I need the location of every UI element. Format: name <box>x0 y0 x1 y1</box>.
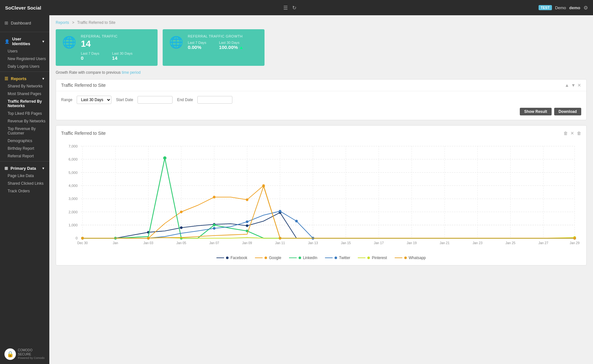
svg-point-51 <box>180 226 182 229</box>
reports-icon: ☰ <box>4 76 8 81</box>
line-chart: 0 1,000 2,000 3,000 4,000 5,000 6,000 7,… <box>61 140 581 251</box>
svg-point-88 <box>573 237 576 239</box>
daily-logins-label: Daily Logins Users <box>8 64 39 69</box>
whatsapp-dot <box>404 257 407 259</box>
svg-text:3,000: 3,000 <box>68 197 77 201</box>
svg-point-87 <box>279 237 281 239</box>
sidebar-item-shared-by-networks[interactable]: Shared By Networks <box>4 82 49 90</box>
breadcrumb-parent[interactable]: Reports <box>56 20 69 25</box>
legend-linkedin: LinkedIn <box>289 256 317 260</box>
sidebar-item-track-orders[interactable]: Track Orders <box>4 187 49 195</box>
sidebar-item-most-shared-pages[interactable]: Most Shared Pages <box>4 90 49 98</box>
sidebar-header-user-identities[interactable]: 👤 User Identities ▼ <box>0 33 49 47</box>
sidebar: ⊞ Dashboard 👤 User Identities ▼ Users Ne… <box>0 15 49 364</box>
test-badge: TEST <box>539 5 552 10</box>
svg-point-78 <box>295 220 298 222</box>
user-label: Demo <box>555 5 566 10</box>
filter-panel-header: Traffic Referred to Site ▲ ▼ ✕ <box>56 79 586 91</box>
growth-icon: 🌐 <box>169 36 183 49</box>
comodo-badge: 🔒 COMODO SECURE Powered by Comodo <box>4 348 45 360</box>
menu-icon[interactable]: ☰ <box>283 5 288 11</box>
breadcrumb-separator: > <box>72 20 74 25</box>
svg-text:Dec 30: Dec 30 <box>77 241 88 245</box>
new-registered-label: New Registered Users <box>8 57 46 61</box>
breadcrumb: Reports > Traffic Referred to Site <box>56 20 587 25</box>
sidebar-item-top-liked-fb[interactable]: Top Liked FB Pages <box>4 110 49 117</box>
twitter-line <box>325 258 333 258</box>
user-identities-submenu: Users New Registered Users Daily Logins … <box>0 47 49 70</box>
sidebar-item-new-registered[interactable]: New Registered Users <box>4 55 49 63</box>
brand-logo: SoClever Social <box>5 5 41 10</box>
svg-text:Jan 21: Jan 21 <box>440 241 449 245</box>
topbar-action-icons: ☰ ↻ <box>283 5 296 11</box>
chevron-down-icon: ▼ <box>42 40 45 43</box>
google-label: Google <box>269 256 281 260</box>
svg-text:Jan 13: Jan 13 <box>308 241 318 245</box>
chart-trash-left-icon[interactable]: 🗑 <box>563 131 568 136</box>
end-date-input[interactable] <box>197 96 232 104</box>
svg-point-76 <box>246 220 248 223</box>
whatsapp-line <box>395 258 402 258</box>
users-label: Users <box>8 49 18 53</box>
breadcrumb-current: Traffic Referred to Site <box>77 20 116 25</box>
sidebar-item-demographics[interactable]: Demographics <box>4 137 49 145</box>
legend-twitter: Twitter <box>325 256 350 260</box>
chart-legend: Facebook Google LinkedIn Twitter <box>61 256 581 260</box>
range-select[interactable]: Last 30 Days Last 7 Days Last 90 Days Cu… <box>77 96 111 104</box>
refresh-icon[interactable]: ↻ <box>292 5 296 11</box>
main-content: Reports > Traffic Referred to Site 🌐 REF… <box>49 15 593 364</box>
time-period-link[interactable]: time period <box>122 70 140 75</box>
svg-text:Jan 29: Jan 29 <box>570 241 580 245</box>
svg-text:0: 0 <box>75 236 77 240</box>
panel-expand-icon[interactable]: ▼ <box>571 83 575 88</box>
panel-close-icon[interactable]: ✕ <box>577 83 581 88</box>
sidebar-item-page-like-data[interactable]: Page Like Data <box>4 172 49 180</box>
reports-submenu: Shared By NetworksMost Shared PagesTraff… <box>0 82 49 160</box>
svg-point-75 <box>213 227 215 230</box>
sidebar-item-users[interactable]: Users <box>4 47 49 55</box>
svg-text:Jan 19: Jan 19 <box>407 241 417 245</box>
svg-point-61 <box>246 198 248 201</box>
svg-text:Jan 11: Jan 11 <box>275 241 285 245</box>
legend-google: Google <box>255 256 281 260</box>
panel-collapse-icon[interactable]: ▲ <box>565 83 569 88</box>
growth-last30-label: Last 30 Days <box>219 41 244 45</box>
gear-icon[interactable]: ⚙ <box>583 5 588 11</box>
referral-traffic-value: 14 <box>81 39 132 49</box>
primary-data-submenu: Page Like DataShared Clicked LinksTrack … <box>0 172 49 195</box>
sidebar-header-primary-data[interactable]: ⊞ Primary Data ▼ <box>0 163 49 172</box>
svg-text:Jan 15: Jan 15 <box>341 241 351 245</box>
sidebar-item-shared-clicked-links[interactable]: Shared Clicked Links <box>4 180 49 187</box>
sidebar-item-referral-report[interactable]: Referral Report <box>4 152 49 160</box>
stat-card-referral-traffic: 🌐 REFERRAL TRAFFIC 14 Last 7 Days 0 Last… <box>56 29 158 66</box>
sidebar-item-daily-logins[interactable]: Daily Logins Users <box>4 63 49 70</box>
sidebar-item-traffic-referred-networks[interactable]: Traffic Referred By Networks <box>4 98 49 110</box>
chart-panel-header: Traffic Referred to Site 🗑 ✕ 🗑 <box>61 131 581 136</box>
chart-panel: Traffic Referred to Site 🗑 ✕ 🗑 <box>56 125 587 265</box>
sidebar-item-dashboard[interactable]: ⊞ Dashboard <box>0 18 49 28</box>
primary-data-icon: ⊞ <box>4 166 8 171</box>
reports-chevron-icon: ▼ <box>42 77 45 80</box>
sidebar-header-reports[interactable]: ☰ Reports ▼ <box>0 73 49 82</box>
svg-text:Jan 25: Jan 25 <box>505 241 515 245</box>
pinterest-label: Pinterest <box>372 256 387 260</box>
primary-data-label: Primary Data <box>11 166 36 171</box>
pinterest-line <box>358 258 365 258</box>
svg-text:Jan 23: Jan 23 <box>473 241 483 245</box>
sidebar-item-top-revenue-customer[interactable]: Top Revenue By Customer <box>4 125 49 137</box>
download-button[interactable]: Download <box>554 108 581 115</box>
chart-close-icon[interactable]: ✕ <box>570 131 574 136</box>
chart-panel-title: Traffic Referred to Site <box>61 131 106 136</box>
svg-text:Jan 03: Jan 03 <box>144 241 153 245</box>
sidebar-item-birthday-report[interactable]: Birthday Report <box>4 145 49 152</box>
reports-label: Reports <box>11 76 26 81</box>
sidebar-item-revenue-by-networks[interactable]: Revenue By Networks <box>4 117 49 125</box>
legend-facebook: Facebook <box>216 256 247 260</box>
filter-panel-title: Traffic Referred to Site <box>61 83 106 88</box>
show-result-button[interactable]: Show Result <box>520 108 552 115</box>
start-date-input[interactable] <box>138 96 173 104</box>
chart-trash-right-icon[interactable]: 🗑 <box>577 131 581 136</box>
growth-note: Growth Rate with compare to previous tim… <box>56 70 587 75</box>
pinterest-dot <box>367 257 370 259</box>
growth-title: REFERRAL TRAFFIC GROWTH <box>188 34 244 38</box>
